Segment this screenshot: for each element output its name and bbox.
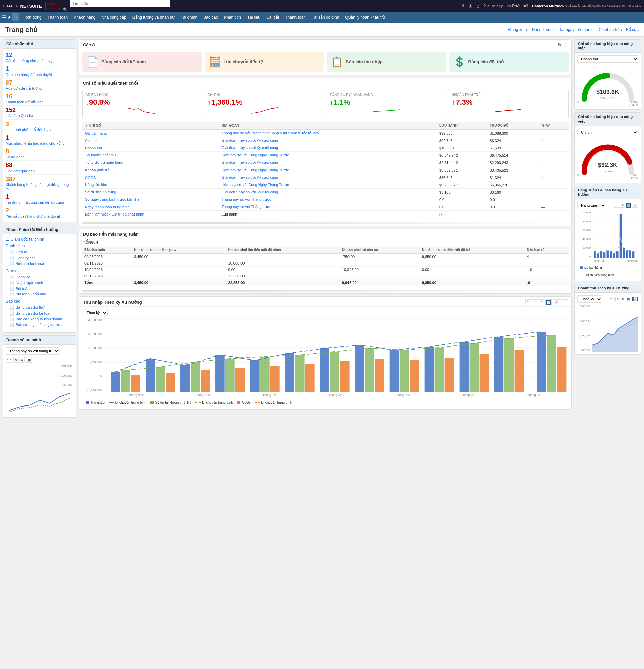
menu-fixed-assets[interactable]: Tài sản cố định <box>309 12 342 23</box>
search-bar[interactable]: 🔍 <box>70 0 171 12</box>
row-name[interactable]: Lệnh làm việc - Giá trị đã phát hành <box>82 211 219 218</box>
bar-chart-icon[interactable]: ▦ <box>26 357 32 362</box>
row-name[interactable]: Chi phí <box>82 137 219 144</box>
menu-analysis[interactable]: Phân tích <box>221 12 244 23</box>
menu-hamburger-icon[interactable]: ☰ <box>2 14 7 21</box>
menu-activity[interactable]: Hoạt động <box>20 12 44 23</box>
row-name[interactable]: Doanh thu <box>82 144 219 152</box>
menu-star-icon[interactable]: ★ <box>8 15 12 20</box>
row-period[interactable]: Hôm nay so với Cùng Ngày Tháng Trước <box>219 167 437 174</box>
table-icon[interactable]: ≡ <box>20 357 25 362</box>
menu-billing[interactable]: Thanh toán <box>282 12 308 23</box>
row-period[interactable]: Hôm nay so với Cùng Ngày Tháng Trước <box>219 181 437 189</box>
row-period[interactable]: Tháng này so với Tháng trước <box>219 203 437 211</box>
portlet-settings-link[interactable]: Đang xem: cài đặt ngày trên portlet <box>532 27 595 32</box>
reminder-label-0[interactable]: Các đơn hàng chờ phê duyệt <box>6 59 73 63</box>
sales-line-icon[interactable]: /\ <box>620 203 625 208</box>
row-period[interactable]: Tháng này so với Tháng trước <box>219 196 437 203</box>
reminder-label-2[interactable]: Hóa đơn để trả lương <box>6 86 73 91</box>
sales-combo-icon[interactable]: 📈 <box>632 203 638 208</box>
row-period[interactable]: Giai đoạn này so với Kỳ cuối cùng <box>219 174 437 181</box>
rev-table-icon[interactable]: ≡ <box>620 297 625 301</box>
menu-payment[interactable]: Thanh toán <box>45 12 71 23</box>
row-period[interactable]: Giai đoạn này so với Kỳ cuối cùng <box>219 159 437 167</box>
combo-icon[interactable]: 📈 <box>553 299 560 305</box>
shortcut-finance-link[interactable]: ☰ Giám đốc tài chính <box>6 237 73 242</box>
row-name[interactable]: Tài khoản phải thu <box>82 152 219 159</box>
personalize-link[interactable]: Cá nhân hóa <box>599 27 622 32</box>
tile-income-report[interactable]: 📋 Báo cáo thu nhập <box>327 52 447 72</box>
row-name[interactable]: Số ngày trung bình trước khi nhận <box>82 196 219 203</box>
menu-home-icon[interactable]: ⌂ <box>12 13 19 22</box>
reminder-label-8[interactable]: Hóa đơn quá hạn <box>6 169 73 173</box>
row-name[interactable]: GD bán hàng <box>82 129 219 137</box>
reminder-label-4[interactable]: Hóa đơn Quá hạn <box>6 114 73 118</box>
rev-line-icon[interactable]: /\ <box>615 297 620 301</box>
shortcut-item-budget[interactable]: 📄 Nhập ngân sách <box>6 280 73 286</box>
shortcut-item-trial[interactable]: 📊 Bảng cân đối thử <box>6 305 73 311</box>
menu-customer[interactable]: Khách hàng <box>71 12 98 23</box>
shortcut-item-income-stmt[interactable]: 📊 Báo cáo kết quả kinh doanh <box>6 316 73 322</box>
sales-trend-select[interactable]: Hàng tuần <box>577 202 606 209</box>
rev-bar-icon[interactable]: ▦ <box>626 297 631 301</box>
revenue-trend-select[interactable]: Theo kỳ <box>577 295 602 303</box>
row-period[interactable]: Hôm nay so với Cùng Ngày Tháng Trước <box>219 152 437 159</box>
line-icon[interactable]: /\ <box>533 299 538 305</box>
tiles-refresh-icon[interactable]: ↻ <box>558 42 561 47</box>
reminder-label-5[interactable]: Lịch trình phân bổ đến hạn <box>6 128 73 132</box>
comparison-select[interactable]: Tháng này so với tháng trước <box>6 347 59 355</box>
rev-combo-icon[interactable]: 📈 <box>632 297 638 301</box>
reminder-label-6[interactable]: Mục nhập khẩu hao đang chờ xử lý <box>6 141 73 146</box>
menu-payroll[interactable]: Bảng lương và nhân sự <box>130 12 177 23</box>
sales-area-icon[interactable]: 〰 <box>614 203 620 208</box>
line-chart-icon[interactable]: /\ <box>13 357 19 362</box>
row-name[interactable]: Số dư thẻ tín dụng <box>82 189 219 196</box>
home-icon[interactable]: ⌂ <box>477 3 479 9</box>
menu-report[interactable]: Báo cáo <box>201 12 221 23</box>
more-icon[interactable]: ⋯ <box>561 299 568 305</box>
shortcut-item-balance[interactable]: 📊 Bảng cân đối kế toán <box>6 311 73 316</box>
row-name[interactable]: Ngày thanh toán trung bình <box>82 203 219 211</box>
search-input[interactable] <box>70 0 171 8</box>
table-view-icon[interactable]: ≡ <box>539 299 544 305</box>
shortcut-item-amort[interactable]: 📄 Bút toán khẩu hao <box>6 291 73 297</box>
row-period[interactable]: Giai đoạn này so với Kỳ cuối cùng <box>219 189 437 196</box>
row-period[interactable]: Tháng này so với Tháng cùng kỳ quý tài c… <box>219 129 437 137</box>
reminder-label-7[interactable]: Ký để đóng <box>6 155 73 159</box>
shortcut-item-register[interactable]: 📄 Đồng ký <box>6 274 73 280</box>
revenue-gauge-select[interactable]: Doanh thu <box>577 55 638 63</box>
shortcut-item-variance[interactable]: 📊 Báo cáo sự chênh lệch trò... <box>6 322 73 328</box>
tile-cash-flow[interactable]: 🧮 Lưu chuyển tiền tệ <box>205 52 324 72</box>
row-period[interactable]: Giai đoạn này so với Kỳ cuối cùng <box>219 137 437 144</box>
menu-finance[interactable]: Tài chính <box>178 12 200 23</box>
tile-balance-sheet[interactable]: 📄 Bảng cân đối kế toán <box>82 52 202 72</box>
menu-document[interactable]: Tài liệu <box>245 12 263 23</box>
help-button[interactable]: ? ? Trợ giúp <box>483 4 503 9</box>
reminder-label-10[interactable]: Tín dụng nhà cung cấp để áp dụng <box>6 200 73 205</box>
bar-icon[interactable]: ▦ <box>545 299 552 305</box>
reminder-label-9[interactable]: Khách hàng không có hoạt động trong th..… <box>6 183 73 191</box>
refresh-icon[interactable]: ↺ <box>460 3 464 9</box>
rev-area-icon[interactable]: 〰 <box>609 297 615 301</box>
income-trend-period-select[interactable]: Theo kỳ <box>83 309 108 316</box>
row-name[interactable]: COGS <box>82 174 219 181</box>
row-period[interactable]: Giai đoạn này so với Kỳ cuối cùng <box>219 144 437 152</box>
feedback-button[interactable]: ✉ Phản hồi <box>508 4 528 9</box>
shortcut-item-subsidiary[interactable]: 📄 Công ty con <box>6 255 73 261</box>
starred-icon[interactable]: ★ <box>468 3 473 9</box>
menu-deduction[interactable]: Quản lý hoàn khẩu trừ <box>342 12 388 23</box>
expense-gauge-select[interactable]: Chi phí <box>577 129 638 136</box>
reminder-label-1[interactable]: Đơn bán hàng để phê duyệt <box>6 72 73 77</box>
reminder-label-3[interactable]: Thanh toán để đặt cọc <box>6 100 73 104</box>
tiles-more-icon[interactable]: ⋮ <box>564 42 568 47</box>
area-icon[interactable]: 〰 <box>525 299 532 305</box>
menu-supplier[interactable]: Nhà cung cấp <box>99 12 129 23</box>
row-name[interactable]: Tổng Số dư ngân hàng <box>82 159 219 167</box>
tile-trial-balance[interactable]: 💲 Bảng cân đối thử <box>449 52 569 72</box>
row-name[interactable]: Khoản phải trả <box>82 167 219 174</box>
shortcut-item-currency[interactable]: 📄 Tiền tệ <box>6 250 73 255</box>
area-chart-icon[interactable]: 〰 <box>6 357 12 362</box>
shortcut-item-journal[interactable]: 📄 Bút toán <box>6 286 73 291</box>
sales-bar-icon-active[interactable]: ▦ <box>626 203 631 208</box>
layout-link[interactable]: Bổ cục <box>626 27 639 32</box>
